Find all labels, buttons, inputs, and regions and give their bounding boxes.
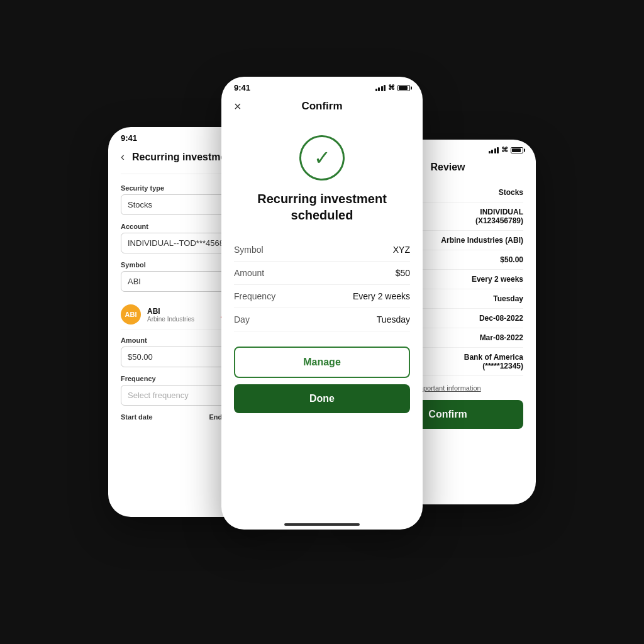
abi-info: ABI Arbine Industries [147,307,214,323]
day-detail-label: Day [234,314,250,325]
battery-icon [397,85,410,91]
center-time: 9:41 [234,83,250,92]
right-signal-icon [489,147,499,153]
symbol-detail-value: XYZ [393,245,410,255]
center-signal-icon [375,84,386,91]
manage-button[interactable]: Manage [234,347,410,378]
left-page-title: Recurring investment [132,152,235,163]
detail-frequency: Frequency Every 2 weeks [234,285,410,308]
center-status-icons: ⌘ [375,84,411,92]
review-value-5: Tuesday [441,294,523,303]
done-button[interactable]: Done [234,384,410,413]
review-value-2: Arbine Industries (ABI) [441,236,523,245]
review-value-0: Stocks [441,188,523,197]
left-time: 9:41 [121,133,137,143]
right-page-title: Review [430,162,465,172]
center-page-title: Confirm [301,100,342,113]
frequency-detail-value: Every 2 weeks [353,291,410,301]
back-arrow-icon[interactable]: ‹ [121,150,125,164]
home-indicator [284,523,360,526]
success-title: Recurring investment scheduled [234,191,410,223]
day-detail-value: Tuesday [377,314,410,325]
review-value-3: $50.00 [441,255,523,264]
success-icon-wrapper: ✓ [234,135,410,180]
frequency-detail-label: Frequency [234,291,275,301]
close-button[interactable]: × [234,100,242,113]
review-value-1: INDIVIDUAL (X123456789) [441,208,523,225]
center-header: × Confirm [234,95,410,123]
success-circle-icon: ✓ [299,135,345,180]
right-status-icons: ⌘ [489,146,524,154]
amount-detail-value: $50 [396,268,410,278]
center-status-bar: 9:41 ⌘ [221,77,423,95]
review-value-7: Mar-08-2022 [441,333,523,342]
review-value-6: Dec-08-2022 [441,314,523,323]
wifi-icon: ⌘ [388,84,395,92]
detail-symbol: Symbol XYZ [234,238,410,262]
abi-logo-icon: ABI [121,304,141,325]
center-phone: 9:41 ⌘ × Confirm ✓ [221,77,423,530]
abi-company-name: Arbine Industries [147,316,214,323]
detail-amount: Amount $50 [234,262,410,285]
detail-day: Day Tuesday [234,308,410,331]
review-value-4: Every 2 weeks [441,275,523,284]
amount-detail-label: Amount [234,268,264,278]
review-value-8: Bank of America (*****12345) [441,353,523,370]
checkmark-icon: ✓ [314,148,331,168]
start-date-label: Start date [121,413,153,421]
center-content: × Confirm ✓ Recurring investment schedul… [221,95,423,517]
abi-ticker: ABI [147,307,214,316]
right-wifi-icon: ⌘ [501,146,508,154]
symbol-detail-label: Symbol [234,245,264,255]
right-battery-icon [511,147,523,153]
details-list: Symbol XYZ Amount $50 Frequency Every 2 … [234,238,410,331]
